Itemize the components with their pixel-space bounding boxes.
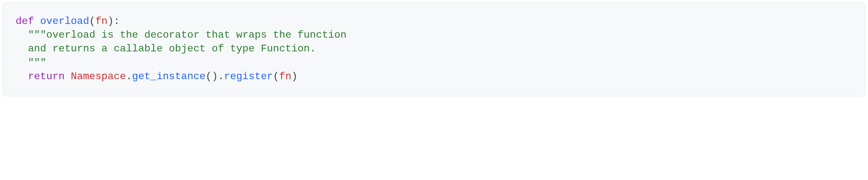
parameter: fn <box>95 15 107 27</box>
keyword-return: return <box>28 70 64 82</box>
class-name: Namespace <box>71 70 126 82</box>
function-name: overload <box>40 15 89 27</box>
indent <box>16 43 28 55</box>
indent <box>16 57 28 69</box>
method-name: register <box>224 70 273 82</box>
call-parens: () <box>206 70 218 82</box>
dot: . <box>126 70 132 82</box>
docstring-line: """ <box>28 57 46 69</box>
paren-open: ( <box>273 70 279 82</box>
colon: : <box>114 15 120 27</box>
paren-close: ) <box>107 15 114 27</box>
docstring-line: and returns a callable object of type Fu… <box>28 43 316 55</box>
argument: fn <box>279 70 291 82</box>
indent <box>16 70 28 82</box>
method-name: get_instance <box>132 70 206 82</box>
space <box>34 15 40 27</box>
paren-close: ) <box>291 70 298 82</box>
dot: . <box>218 70 224 82</box>
code-block: def overload(fn): """overload is the dec… <box>3 3 865 96</box>
keyword-def: def <box>16 15 34 27</box>
space <box>65 70 71 82</box>
indent <box>16 29 28 41</box>
paren-open: ( <box>89 15 95 27</box>
docstring-line: """overload is the decorator that wraps … <box>28 29 347 41</box>
